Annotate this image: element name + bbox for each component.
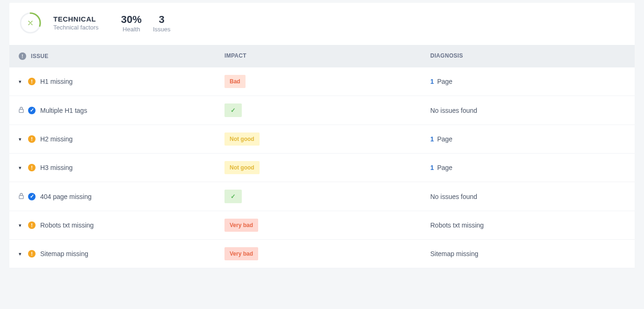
- table-row: ✓Multiple H1 tags✓ No issues found: [9, 96, 635, 125]
- table-row: ✓404 page missing✓ No issues found: [9, 182, 635, 211]
- svg-rect-3: [19, 195, 23, 199]
- col-diagnosis-label: DIAGNOSIS: [430, 52, 625, 60]
- issue-name: H3 missing: [40, 164, 72, 171]
- col-impact-label: IMPACT: [224, 52, 430, 60]
- table-row[interactable]: ▾!H1 missingBad1 Page: [9, 67, 635, 96]
- metric-issues: 3 Issues: [153, 14, 171, 33]
- close-icon: [19, 11, 42, 35]
- metric-value: 30%: [121, 14, 142, 26]
- table-row[interactable]: ▾!Sitemap missingVery bad Sitemap missin…: [9, 240, 635, 268]
- diagnosis-text: No issues found: [430, 193, 477, 200]
- title-block: TECHNICAL Technical factors: [53, 15, 99, 31]
- col-issue-label: ISSUE: [31, 53, 49, 59]
- chevron-down-icon[interactable]: ▾: [19, 79, 23, 85]
- diagnosis-count[interactable]: 1: [430, 164, 434, 171]
- diagnosis-cell: 1 Page: [430, 135, 625, 143]
- issue-name: Multiple H1 tags: [40, 107, 87, 114]
- table-row[interactable]: ▾!H3 missingNot good1 Page: [9, 154, 635, 182]
- card-subtitle: Technical factors: [53, 24, 99, 31]
- chevron-down-icon[interactable]: ▾: [19, 222, 23, 228]
- check-icon: ✓: [231, 193, 236, 200]
- diagnosis-cell: 1 Page: [430, 164, 625, 171]
- metric-health: 30% Health: [121, 14, 142, 33]
- issue-name: H2 missing: [40, 135, 72, 143]
- metric-label: Health: [121, 26, 142, 33]
- diagnosis-count[interactable]: 1: [430, 78, 434, 85]
- check-circle-icon: ✓: [28, 107, 36, 114]
- issue-name: 404 page missing: [40, 193, 92, 200]
- diagnosis-text: No issues found: [430, 107, 477, 114]
- card-title: TECHNICAL: [53, 15, 99, 23]
- table-body: ▾!H1 missingBad1 Page✓Multiple H1 tags✓ …: [9, 67, 635, 268]
- issue-name: Sitemap missing: [40, 250, 88, 258]
- diagnosis-count[interactable]: 1: [430, 135, 434, 143]
- warning-icon: !: [28, 221, 36, 229]
- issue-name: H1 missing: [40, 78, 72, 85]
- impact-badge: Bad: [224, 75, 246, 88]
- diagnosis-cell: Robots txt missing: [430, 221, 625, 229]
- chevron-down-icon[interactable]: ▾: [19, 165, 23, 171]
- diagnosis-cell: No issues found: [430, 193, 625, 200]
- technical-card: TECHNICAL Technical factors 30% Health 3…: [9, 3, 635, 268]
- check-circle-icon: ✓: [28, 193, 36, 200]
- impact-badge: ✓: [224, 103, 242, 117]
- warning-icon: !: [28, 164, 36, 171]
- check-icon: ✓: [231, 107, 236, 114]
- warning-icon: !: [28, 135, 36, 143]
- chevron-down-icon[interactable]: ▾: [19, 251, 23, 257]
- warning-icon: !: [28, 78, 36, 85]
- diagnosis-text: Page: [435, 78, 453, 85]
- chevron-down-icon[interactable]: ▾: [19, 136, 23, 142]
- impact-badge: Very bad: [224, 247, 258, 260]
- impact-badge: ✓: [224, 190, 242, 203]
- card-header: TECHNICAL Technical factors 30% Health 3…: [9, 3, 635, 45]
- info-icon: !: [19, 52, 26, 60]
- metric-value: 3: [153, 14, 171, 26]
- impact-badge: Not good: [224, 132, 260, 146]
- diagnosis-text: Page: [435, 135, 453, 143]
- impact-badge: Very bad: [224, 219, 258, 232]
- metric-label: Issues: [153, 26, 171, 33]
- diagnosis-cell: 1 Page: [430, 78, 625, 85]
- lock-icon: [19, 193, 23, 200]
- health-gauge: [19, 11, 42, 35]
- table-row[interactable]: ▾!H2 missingNot good1 Page: [9, 125, 635, 154]
- issue-name: Robots txt missing: [40, 221, 94, 229]
- table-row[interactable]: ▾!Robots txt missingVery bad Robots txt …: [9, 211, 635, 240]
- warning-icon: !: [28, 250, 36, 258]
- impact-badge: Not good: [224, 161, 260, 174]
- diagnosis-cell: No issues found: [430, 107, 625, 114]
- diagnosis-text: Page: [435, 164, 453, 171]
- table-header: ! ISSUE IMPACT DIAGNOSIS: [9, 45, 635, 67]
- diagnosis-text: Sitemap missing: [430, 250, 478, 258]
- svg-rect-2: [19, 109, 23, 112]
- diagnosis-text: Robots txt missing: [430, 221, 484, 229]
- lock-icon: [19, 107, 23, 114]
- diagnosis-cell: Sitemap missing: [430, 250, 625, 258]
